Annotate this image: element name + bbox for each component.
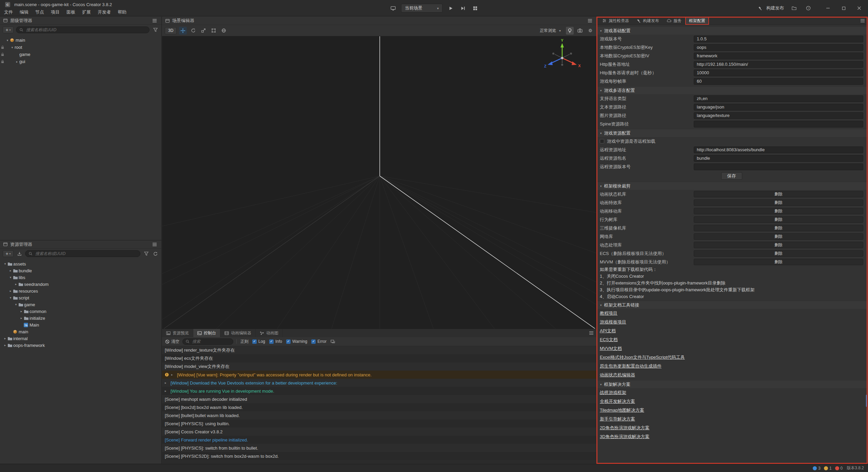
- menu-item[interactable]: 帮助: [114, 9, 130, 15]
- save-button[interactable]: 保存: [721, 172, 742, 180]
- filter-checkbox[interactable]: ✓Info: [269, 339, 282, 344]
- regex-toggle[interactable]: 正则: [240, 339, 249, 345]
- scale-tool-icon[interactable]: [199, 27, 207, 35]
- help-icon[interactable]: ?: [804, 4, 812, 12]
- panel-menu-icon[interactable]: [151, 240, 159, 249]
- property-value-input[interactable]: http://192.168.0.150/main/: [694, 61, 863, 68]
- hierarchy-search-input[interactable]: [25, 27, 146, 33]
- menu-item[interactable]: 文件: [1, 9, 16, 15]
- delete-button[interactable]: 删除: [694, 225, 863, 231]
- console-tab[interactable]: 控制台: [193, 329, 220, 337]
- filter-icon[interactable]: [152, 26, 159, 33]
- camera-icon[interactable]: [576, 27, 584, 35]
- inspector-section-header[interactable]: ▾框架模块裁剪: [597, 182, 868, 190]
- scene-viewport[interactable]: Y X Z: [162, 36, 597, 329]
- property-value-input[interactable]: 60: [694, 78, 863, 85]
- status-count-warning[interactable]: 1: [824, 466, 832, 471]
- world-tool-icon[interactable]: [220, 27, 228, 35]
- inspector-tab[interactable]: 服务: [663, 17, 685, 25]
- hierarchy-node[interactable]: game: [0, 51, 161, 58]
- menu-item[interactable]: 节点: [32, 9, 47, 15]
- asset-node[interactable]: ▾libs: [0, 274, 161, 281]
- inspector-section-header[interactable]: ▾框架解决方案: [597, 380, 868, 388]
- console-row[interactable]: [Scene] [box2d]:box2d wasm lib loaded.: [162, 403, 597, 411]
- panel-menu-icon[interactable]: [586, 17, 594, 25]
- refresh-icon[interactable]: [152, 250, 159, 257]
- doc-link[interactable]: 战棋游戏框架: [600, 390, 626, 396]
- console-row[interactable]: ▸[Window] [Vue warn]: Property "onInput"…: [162, 371, 597, 379]
- gear-icon[interactable]: [586, 27, 594, 35]
- doc-link[interactable]: 教程项目: [600, 310, 617, 316]
- inspector-section-header[interactable]: ▾游戏基础配置: [597, 26, 868, 35]
- minimize-button[interactable]: [824, 4, 832, 12]
- inspector-tab[interactable]: 属性检查器: [598, 17, 633, 25]
- console-row[interactable]: [Scene] [PHYSICS2D]: switch from box2d-w…: [162, 452, 597, 460]
- doc-link[interactable]: 全栈开发解决方案: [600, 398, 635, 405]
- 3d-mode-button[interactable]: 3D: [165, 27, 177, 34]
- expand-arrow[interactable]: ▸: [165, 381, 169, 385]
- collapse-logs-icon[interactable]: [330, 338, 336, 345]
- console-row[interactable]: [Window] render_texture文件夹存在: [162, 346, 597, 354]
- status-count-error[interactable]: 0: [835, 466, 843, 471]
- asset-node[interactable]: ▾script: [0, 294, 161, 301]
- console-row[interactable]: [Scene] [PHYSICS]: switch from builtin t…: [162, 444, 597, 452]
- expand-arrow[interactable]: ▸: [165, 389, 169, 393]
- console-row[interactable]: ▸[Window] You are running Vue in develop…: [162, 387, 597, 395]
- menu-item[interactable]: 扩展: [79, 9, 94, 15]
- move-tool-icon[interactable]: [179, 27, 187, 35]
- preview-window-icon[interactable]: [471, 4, 479, 12]
- rect-tool-icon[interactable]: [210, 27, 217, 35]
- expander-arrow[interactable]: ▸: [15, 60, 19, 63]
- doc-link[interactable]: ECS文档: [600, 337, 618, 343]
- delete-button[interactable]: 删除: [694, 199, 863, 206]
- inspector-tab[interactable]: 框架配置: [685, 17, 709, 25]
- axis-gizmo[interactable]: Y X Z: [542, 38, 583, 79]
- import-icon[interactable]: [16, 250, 23, 257]
- filter-icon[interactable]: [143, 250, 150, 257]
- expander-arrow[interactable]: ▾: [5, 39, 10, 42]
- console-row[interactable]: [Window] model_view文件夹存在: [162, 362, 597, 371]
- delete-button[interactable]: 删除: [694, 259, 863, 265]
- property-value-input[interactable]: language/json: [694, 104, 863, 111]
- asset-node[interactable]: ▸bundle: [0, 267, 161, 274]
- filter-checkbox[interactable]: ✓Warning: [286, 339, 307, 344]
- close-button[interactable]: [855, 4, 863, 12]
- delete-button[interactable]: 删除: [694, 191, 863, 197]
- assets-search-box[interactable]: [25, 250, 140, 257]
- asset-node[interactable]: ▸seedrandom: [0, 281, 161, 288]
- asset-node[interactable]: ▸initialize: [0, 315, 161, 321]
- console-row[interactable]: [Scene] [bullet]:bullet wasm lib loaded.: [162, 411, 597, 419]
- doc-link[interactable]: Excel格式转Json文件与TypeScript代码工具: [600, 354, 685, 360]
- property-value-input[interactable]: framework: [694, 53, 863, 59]
- asset-node[interactable]: ▸oops-framework: [0, 342, 161, 349]
- property-value-input[interactable]: zh,en: [694, 95, 863, 102]
- panel-menu-icon[interactable]: [860, 17, 868, 25]
- panel-menu-icon[interactable]: [589, 329, 597, 337]
- property-value-input[interactable]: bundle: [694, 155, 863, 162]
- property-value-input[interactable]: 10000: [694, 70, 863, 76]
- delete-button[interactable]: 删除: [694, 216, 863, 223]
- hierarchy-node[interactable]: ▾root: [0, 44, 161, 51]
- project-folder-icon[interactable]: [790, 4, 798, 12]
- property-value-input[interactable]: [694, 163, 863, 170]
- inspector-section-header[interactable]: ▾游戏多语言配置: [597, 86, 868, 94]
- console-row[interactable]: [Scene] meshopt wasm decoder initialized: [162, 395, 597, 403]
- step-button[interactable]: [459, 4, 467, 12]
- console-row[interactable]: [Scene] Cocos Creator v3.8.2: [162, 428, 597, 436]
- preview-platform-icon[interactable]: [389, 4, 397, 12]
- expander-arrow[interactable]: ▾: [8, 296, 13, 299]
- expander-arrow[interactable]: ▸: [8, 289, 13, 293]
- asset-node[interactable]: main: [0, 328, 161, 335]
- property-value-input[interactable]: language/texture: [694, 112, 863, 119]
- expander-arrow[interactable]: ▸: [3, 343, 7, 347]
- expander-arrow[interactable]: ▸: [14, 282, 18, 286]
- delete-button[interactable]: 删除: [694, 208, 863, 214]
- asset-node[interactable]: ▸resources: [0, 288, 161, 294]
- property-value-input[interactable]: oops: [694, 44, 863, 51]
- scene-select-dropdown[interactable]: 当前场景 ▾: [401, 4, 442, 13]
- expander-arrow[interactable]: ▾: [3, 262, 7, 266]
- doc-link[interactable]: Tiledmap地图解决方案: [600, 407, 644, 413]
- play-button[interactable]: [447, 4, 455, 12]
- panel-menu-icon[interactable]: [151, 17, 159, 25]
- inspector-section-header[interactable]: ▾框架文档工具链接: [597, 301, 868, 309]
